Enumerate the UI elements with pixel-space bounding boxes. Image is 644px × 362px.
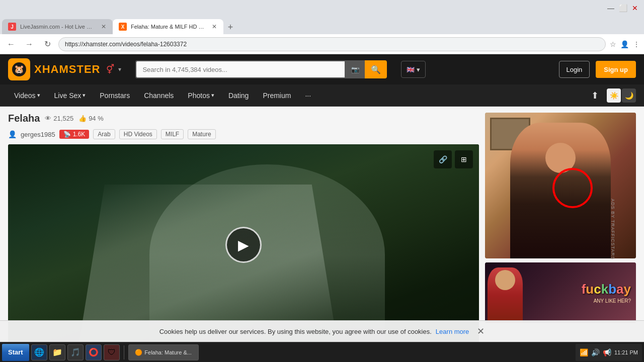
url-input[interactable] xyxy=(58,37,606,51)
active-tab-label: Felaha: Mature &... xyxy=(144,349,192,355)
menu-icon[interactable]: ⋮ xyxy=(633,40,640,48)
nav-right: ⬆ ☀️ 🌙 xyxy=(587,87,636,104)
username-link[interactable]: gerges1985 xyxy=(21,131,55,138)
signup-button[interactable]: Sign up xyxy=(596,61,636,78)
tag-hd-videos[interactable]: HD Videos xyxy=(119,129,157,139)
taskbar-folder-icon[interactable]: 📁 xyxy=(49,344,65,360)
ads-label: ADS BY TRAFFICSTARS xyxy=(610,199,615,260)
thumb-icon: 👍 xyxy=(78,115,87,122)
media-icon: 🎵 xyxy=(70,347,80,357)
dark-theme-button[interactable]: 🌙 xyxy=(622,88,636,103)
camera-search-button[interactable]: 📷 xyxy=(345,60,365,78)
tab-2-close[interactable]: ✕ xyxy=(211,23,217,31)
ad-text-block: fuckbay ANY LIKE HER? xyxy=(582,282,631,304)
ie-icon: 🌐 xyxy=(34,347,44,357)
back-button[interactable]: ← xyxy=(4,37,18,51)
content-area: Felaha 👁 21,525 👍 94 % 👤 gerges1985 📡 1.… xyxy=(0,107,644,351)
tag-milf[interactable]: MILF xyxy=(161,129,184,139)
system-tray: 📶 🔊 📢 11:21 PM xyxy=(576,344,642,361)
nav-more[interactable]: ··· xyxy=(299,84,317,107)
fuckbay-subtitle: ANY LIKE HER? xyxy=(582,298,631,304)
upload-button[interactable]: ⬆ xyxy=(587,87,603,104)
cookie-close-button[interactable]: ✕ xyxy=(477,326,485,337)
svg-text:🐹: 🐹 xyxy=(14,64,24,74)
user-icon[interactable]: 👤 xyxy=(620,40,629,48)
video-title-row: Felaha 👁 21,525 👍 94 % xyxy=(8,113,479,124)
nav-photos[interactable]: Photos ▾ xyxy=(182,84,220,107)
search-input[interactable] xyxy=(135,60,345,78)
nav-live-sex[interactable]: Live Sex ▾ xyxy=(48,84,92,107)
gender-dropdown[interactable]: ▾ xyxy=(118,66,121,73)
cookie-banner: Cookies help us deliver our services. By… xyxy=(0,320,644,342)
share-button[interactable]: 🔗 xyxy=(434,150,452,168)
nav-videos[interactable]: Videos ▾ xyxy=(8,84,46,107)
search-button[interactable]: 🔍 xyxy=(365,60,387,78)
char-head xyxy=(495,270,515,290)
subscribe-button[interactable]: 📡 1.6K xyxy=(59,130,90,139)
security-icon: 🛡 xyxy=(108,348,116,357)
nav-pornstars[interactable]: Pornstars xyxy=(94,84,136,107)
volume-icon: 🔊 xyxy=(591,348,600,356)
video-title: Felaha xyxy=(8,113,40,124)
close-button[interactable]: ✕ xyxy=(630,3,640,13)
maximize-button[interactable]: ⬜ xyxy=(618,3,628,13)
login-button[interactable]: Login xyxy=(559,61,590,78)
rss-icon: 📡 xyxy=(63,131,71,138)
tab-bar: J LiveJasmin.com - Hot Live Sex Show... … xyxy=(0,16,644,34)
learn-more-link[interactable]: Learn more xyxy=(436,328,469,335)
time-display: 11:21 PM xyxy=(614,349,638,355)
video-player[interactable]: 🔗 ⊞ ▶ xyxy=(8,144,479,345)
site-nav: Videos ▾ Live Sex ▾ Pornstars Channels P… xyxy=(0,84,644,107)
browser-frame: — ⬜ ✕ J LiveJasmin.com - Hot Live Sex Sh… xyxy=(0,0,644,54)
taskbar-chrome-icon[interactable]: ⭕ xyxy=(86,344,102,360)
taskbar-winamp-icon[interactable]: 🎵 xyxy=(67,344,84,360)
network-icon: 📶 xyxy=(580,348,588,356)
ad-bottom-banner[interactable]: fuckbay ANY LIKE HER? xyxy=(485,262,636,323)
lang-dropdown-icon: ▾ xyxy=(417,66,420,73)
tag-mature[interactable]: Mature xyxy=(188,129,215,139)
address-bar: ← → ↻ ☆ 👤 ⋮ xyxy=(0,34,644,54)
subscribe-count: 1.6K xyxy=(73,131,86,138)
taskbar: Start 🌐 📁 🎵 ⭕ 🛡 🟠 Felaha: Mature &... 📶 … xyxy=(0,342,644,362)
tag-arab[interactable]: Arab xyxy=(93,129,115,139)
nav-dating[interactable]: Dating xyxy=(222,84,255,107)
gender-icon[interactable]: ⚥ xyxy=(106,64,114,75)
folder-icon: 📁 xyxy=(52,347,62,357)
tab-1-close[interactable]: ✕ xyxy=(101,23,107,31)
tab-1-title: LiveJasmin.com - Hot Live Sex Show... xyxy=(20,24,95,30)
bookmark-icon[interactable]: ☆ xyxy=(610,40,616,48)
logo-text: XHAMSTER xyxy=(34,63,100,76)
fuckbay-text: fuckbay xyxy=(582,282,631,297)
language-button[interactable]: 🇬🇧 ▾ xyxy=(401,61,426,78)
speaker-icon: 📢 xyxy=(603,348,611,356)
theme-toggle: ☀️ 🌙 xyxy=(607,88,636,103)
ad-character xyxy=(488,267,523,323)
active-tab-icon: 🟠 xyxy=(135,349,142,356)
chrome-icon: ⭕ xyxy=(89,347,99,357)
live-sex-dropdown-icon: ▾ xyxy=(83,92,86,99)
new-tab-button[interactable]: + xyxy=(223,20,237,34)
forward-button[interactable]: → xyxy=(22,37,36,51)
taskbar-active-window[interactable]: 🟠 Felaha: Mature &... xyxy=(128,344,199,360)
tab-2-title: Felaha: Mature & MILF HD Porn Vide... xyxy=(131,24,205,30)
ad-circle xyxy=(552,168,593,208)
photos-dropdown-icon: ▾ xyxy=(211,92,214,99)
site-content: 🐹 XHAMSTER ⚥ ▾ 📷 🔍 🇬🇧 ▾ Login Sign up Vi… xyxy=(0,54,644,351)
light-theme-button[interactable]: ☀️ xyxy=(607,88,621,103)
right-column: ADS BY TRAFFICSTARS xyxy=(485,113,636,345)
taskbar-mcafee-icon[interactable]: 🛡 xyxy=(104,344,120,360)
tab-2[interactable]: X Felaha: Mature & MILF HD Porn Vide... … xyxy=(113,19,223,34)
taskbar-separator xyxy=(124,345,124,359)
refresh-button[interactable]: ↻ xyxy=(40,37,54,51)
tab-1-favicon: J xyxy=(8,23,16,31)
taskbar-items: 🌐 📁 🎵 ⭕ 🛡 🟠 Felaha: Mature &... xyxy=(31,344,199,360)
tab-1[interactable]: J LiveJasmin.com - Hot Live Sex Show... … xyxy=(2,19,113,34)
minimize-button[interactable]: — xyxy=(606,3,616,13)
nav-premium[interactable]: Premium xyxy=(257,84,297,107)
play-button[interactable]: ▶ xyxy=(225,227,262,263)
nav-channels[interactable]: Channels xyxy=(138,84,180,107)
taskbar-ie-icon[interactable]: 🌐 xyxy=(31,344,47,360)
videos-dropdown-icon: ▾ xyxy=(37,92,40,99)
start-button[interactable]: Start xyxy=(2,344,29,361)
grid-button[interactable]: ⊞ xyxy=(455,150,473,168)
